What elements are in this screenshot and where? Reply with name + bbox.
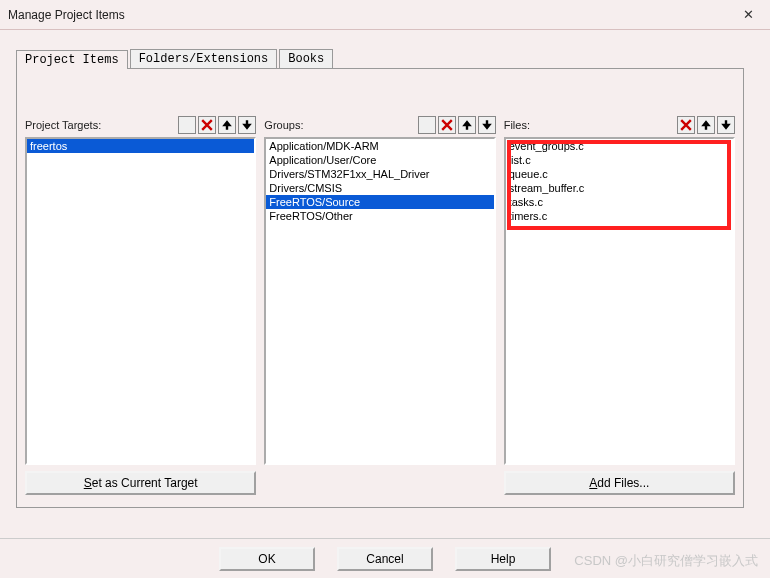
- groups-delete-button[interactable]: [438, 116, 456, 134]
- groups-move-up-button[interactable]: [458, 116, 476, 134]
- groups-move-down-button[interactable]: [478, 116, 496, 134]
- groups-listbox[interactable]: Application/MDK-ARM Application/User/Cor…: [264, 137, 495, 465]
- targets-move-down-button[interactable]: [238, 116, 256, 134]
- close-button[interactable]: ✕: [737, 3, 760, 26]
- targets-move-up-button[interactable]: [218, 116, 236, 134]
- files-move-down-button[interactable]: [717, 116, 735, 134]
- cancel-button[interactable]: Cancel: [337, 547, 433, 571]
- list-item[interactable]: FreeRTOS/Other: [266, 209, 493, 223]
- list-item[interactable]: tasks.c: [506, 195, 733, 209]
- titlebar: Manage Project Items ✕: [0, 0, 770, 30]
- list-item[interactable]: list.c: [506, 153, 733, 167]
- tab-books[interactable]: Books: [279, 49, 333, 68]
- groups-label: Groups:: [264, 119, 303, 131]
- list-item[interactable]: freertos: [27, 139, 254, 153]
- ok-button[interactable]: OK: [219, 547, 315, 571]
- targets-listbox[interactable]: freertos: [25, 137, 256, 465]
- tab-strip: Project Items Folders/Extensions Books: [16, 46, 770, 68]
- files-move-up-button[interactable]: [697, 116, 715, 134]
- files-delete-button[interactable]: [677, 116, 695, 134]
- targets-label: Project Targets:: [25, 119, 101, 131]
- list-item[interactable]: queue.c: [506, 167, 733, 181]
- list-item[interactable]: stream_buffer.c: [506, 181, 733, 195]
- tab-project-items[interactable]: Project Items: [16, 50, 128, 69]
- list-item[interactable]: Drivers/STM32F1xx_HAL_Driver: [266, 167, 493, 181]
- files-column: Files: event_groups.c list.c queue.c str…: [504, 115, 735, 495]
- list-item[interactable]: FreeRTOS/Source: [266, 195, 493, 209]
- tab-folders-extensions[interactable]: Folders/Extensions: [130, 49, 278, 68]
- files-listbox[interactable]: event_groups.c list.c queue.c stream_buf…: [504, 137, 735, 465]
- files-label: Files:: [504, 119, 530, 131]
- targets-new-button[interactable]: [178, 116, 196, 134]
- list-item[interactable]: Application/MDK-ARM: [266, 139, 493, 153]
- add-files-button[interactable]: Add Files...: [504, 471, 735, 495]
- window-title: Manage Project Items: [8, 8, 125, 22]
- list-item[interactable]: timers.c: [506, 209, 733, 223]
- list-item[interactable]: Application/User/Core: [266, 153, 493, 167]
- list-item[interactable]: event_groups.c: [506, 139, 733, 153]
- groups-column: Groups: Application/MDK-ARM Application/…: [264, 115, 495, 495]
- targets-column: Project Targets: freertos Set as Current…: [25, 115, 256, 495]
- groups-new-button[interactable]: [418, 116, 436, 134]
- targets-delete-button[interactable]: [198, 116, 216, 134]
- help-button[interactable]: Help: [455, 547, 551, 571]
- list-item[interactable]: Drivers/CMSIS: [266, 181, 493, 195]
- tab-panel: Project Targets: freertos Set as Current…: [16, 68, 744, 508]
- dialog-button-row: OK Cancel Help: [0, 538, 770, 578]
- set-current-target-button[interactable]: Set as Current Target: [25, 471, 256, 495]
